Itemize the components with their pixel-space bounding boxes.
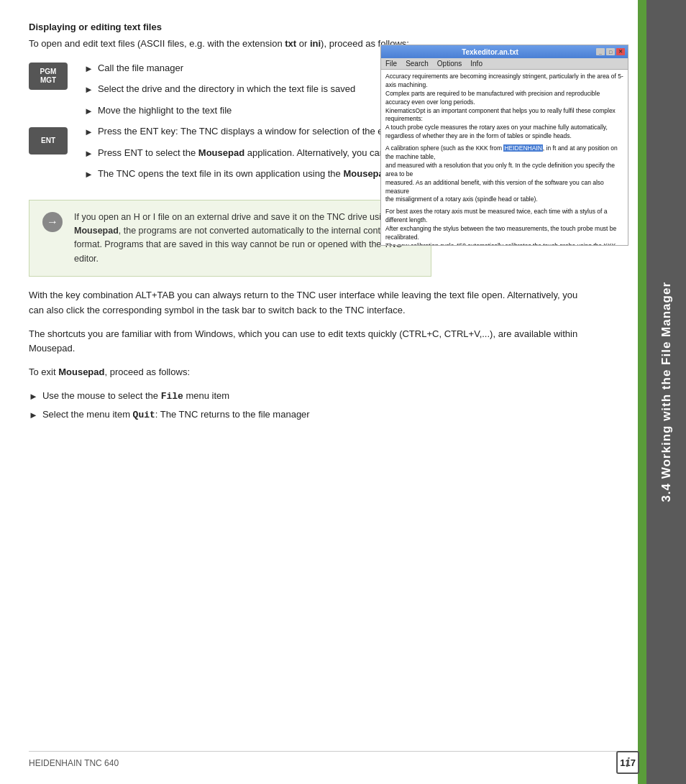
exit-step-1-text: Use the mouse to select the File menu it… <box>42 389 633 404</box>
vertical-tab: 3.4 Working with the File Manager <box>646 0 686 784</box>
intro-prefix: To open and edit text files (ASCII files… <box>29 38 285 49</box>
intro-ini-bold: ini <box>310 38 321 49</box>
arrow-circle-icon: → <box>42 212 63 232</box>
step-6-arrow: ► <box>84 167 93 182</box>
step-4-arrow: ► <box>84 125 93 139</box>
page-container: 3.4 Working with the File Manager Texked… <box>0 0 686 784</box>
window-titlebar: Texkeditor.an.txt _ □ ✕ <box>381 45 628 58</box>
step-2-arrow: ► <box>84 83 93 97</box>
section-heading: Displaying or editing text files <box>29 22 633 32</box>
info-icon: i <box>626 755 629 770</box>
note-box: → If you open an H or I file on an exter… <box>29 200 431 277</box>
window-content: Accuracy requirements are becoming incre… <box>381 70 628 245</box>
step-1-arrow: ► <box>84 62 93 76</box>
exit-steps: ► Use the mouse to select the File menu … <box>29 389 633 423</box>
menu-file[interactable]: File <box>385 60 397 68</box>
footer-brand: HEIDENHAIN TNC 640 <box>29 758 119 768</box>
intro-or: or <box>296 38 310 49</box>
window-controls: _ □ ✕ <box>596 48 625 55</box>
exit-intro-text: To exit Mousepad, proceed as follows: <box>29 365 590 380</box>
menu-info[interactable]: Info <box>470 60 483 68</box>
exit-step-1: ► Use the mouse to select the File menu … <box>29 389 633 404</box>
menu-options[interactable]: Options <box>437 60 462 68</box>
close-button[interactable]: ✕ <box>616 48 625 55</box>
exit-step-1-arrow: ► <box>29 389 38 404</box>
window-title: Texkeditor.an.txt <box>384 48 596 56</box>
note-icon: → <box>41 211 64 234</box>
shortcuts-paragraph: The shortcuts you are familiar with from… <box>29 327 590 357</box>
intro-txt-bold: txt <box>285 38 296 49</box>
note-text: If you open an H or I file on an externa… <box>74 211 419 267</box>
section-title: 3.4 Working with the File Manager <box>659 282 674 502</box>
menu-search[interactable]: Search <box>406 60 429 68</box>
screenshot-window: Texkeditor.an.txt _ □ ✕ File Search Opti… <box>380 45 628 246</box>
exit-step-2: ► Select the menu item Quit: The TNC ret… <box>29 407 633 423</box>
step-5-arrow: ► <box>84 147 93 161</box>
green-bar <box>638 0 646 784</box>
maximize-button[interactable]: □ <box>606 48 615 55</box>
minimize-button[interactable]: _ <box>596 48 605 55</box>
alt-tab-paragraph: With the key combination ALT+TAB you can… <box>29 288 590 318</box>
window-menubar: File Search Options Info <box>381 58 628 70</box>
exit-step-2-arrow: ► <box>29 408 38 423</box>
page-footer: HEIDENHAIN TNC 640 117 <box>29 751 636 768</box>
ent-key: ENT <box>29 127 68 155</box>
info-icon-box: i <box>616 751 639 774</box>
key-column: PGMMGT ENT <box>29 61 76 188</box>
step-3-arrow: ► <box>84 104 93 119</box>
exit-step-2-text: Select the menu item Quit: The TNC retur… <box>42 407 633 423</box>
pgm-mgt-key: PGMMGT <box>29 63 68 90</box>
